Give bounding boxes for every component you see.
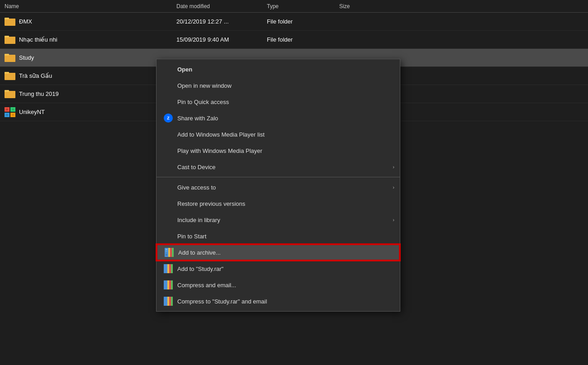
- file-name-nhac: Nhạc thiếu nhi: [5, 35, 176, 45]
- menu-item-label: Play with Windows Media Player: [177, 147, 262, 154]
- file-label: Study: [19, 54, 34, 61]
- menu-item-label: Open in new window: [177, 82, 232, 89]
- file-label: UnikeyNT: [19, 109, 45, 115]
- folder-icon: [5, 17, 15, 27]
- svg-rect-37: [171, 297, 173, 306]
- zalo-icon: Z: [164, 114, 173, 123]
- svg-rect-31: [167, 280, 169, 289]
- svg-rect-21: [172, 248, 174, 257]
- menu-item-open[interactable]: Open: [156, 61, 400, 77]
- file-label: ĐMX: [19, 18, 32, 25]
- winrar-icon: [164, 297, 173, 306]
- svg-rect-15: [12, 109, 14, 110]
- pin-start-icon: [164, 232, 173, 241]
- svg-rect-30: [164, 280, 167, 289]
- menu-item-label: Pin to Quick access: [177, 99, 229, 105]
- svg-rect-26: [164, 264, 167, 273]
- col-header-size[interactable]: Size: [339, 3, 384, 9]
- svg-rect-24: [166, 252, 167, 254]
- svg-rect-2: [5, 37, 15, 44]
- pin-quick-access-icon: [164, 97, 173, 106]
- svg-rect-20: [170, 248, 172, 257]
- menu-item-compress-study-email[interactable]: Compress to "Study.rar" and email: [156, 293, 400, 309]
- menu-item-add-study-rar[interactable]: Add to "Study.rar": [156, 261, 400, 277]
- file-label: Nhạc thiếu nhi: [19, 36, 57, 43]
- svg-rect-8: [5, 91, 15, 98]
- folder-icon: [5, 89, 15, 99]
- submenu-arrow-icon: ›: [393, 164, 394, 170]
- svg-rect-1: [5, 18, 9, 19]
- menu-item-share-zalo[interactable]: Z Share with Zalo: [156, 110, 400, 126]
- folder-icon: [5, 53, 15, 63]
- menu-item-give-access[interactable]: Give access to ›: [156, 179, 400, 195]
- svg-rect-16: [6, 114, 8, 116]
- folder-icon: [5, 35, 15, 45]
- menu-item-pin-quick-access[interactable]: Pin to Quick access: [156, 94, 400, 110]
- winrar-icon: [164, 264, 173, 273]
- menu-item-cast-device[interactable]: Cast to Device ›: [156, 159, 400, 175]
- winrar-icon: [164, 280, 173, 289]
- svg-rect-28: [169, 264, 171, 273]
- menu-item-play-wmp[interactable]: Play with Windows Media Player: [156, 142, 400, 159]
- menu-item-label: Share with Zalo: [177, 115, 218, 122]
- library-icon: [164, 215, 173, 224]
- menu-item-restore-versions[interactable]: Restore previous versions: [156, 195, 400, 212]
- svg-rect-7: [5, 72, 9, 74]
- svg-rect-23: [166, 251, 167, 252]
- menu-item-label: Pin to Start: [177, 233, 206, 240]
- svg-rect-36: [169, 297, 171, 306]
- menu-item-add-archive[interactable]: Add to archive...: [156, 244, 400, 261]
- menu-item-label: Restore previous versions: [177, 200, 245, 207]
- file-date: 20/12/2019 12:27 ...: [176, 18, 267, 25]
- menu-item-add-wmp-list[interactable]: Add to Windows Media Player list: [156, 126, 400, 142]
- file-name-unikey: UnikeyNT: [5, 107, 176, 117]
- svg-rect-19: [168, 248, 170, 257]
- svg-rect-32: [169, 280, 171, 289]
- svg-rect-27: [167, 264, 169, 273]
- svg-rect-0: [5, 19, 15, 26]
- svg-rect-34: [164, 297, 167, 306]
- menu-item-label: Add to archive...: [178, 249, 221, 256]
- app-icon: [5, 107, 15, 117]
- wmp-play-icon: [164, 146, 173, 155]
- menu-item-label: Include in library: [177, 217, 220, 223]
- svg-rect-6: [5, 73, 15, 80]
- svg-rect-9: [5, 90, 9, 92]
- svg-rect-17: [12, 114, 14, 116]
- col-header-type[interactable]: Type: [267, 3, 339, 9]
- col-header-name[interactable]: Name: [5, 3, 176, 9]
- file-label: Trà sữa Gấu: [19, 72, 52, 79]
- menu-item-include-library[interactable]: Include in library ›: [156, 212, 400, 228]
- menu-item-label: Add to Windows Media Player list: [177, 131, 265, 138]
- svg-rect-33: [171, 280, 173, 289]
- svg-rect-4: [5, 55, 15, 62]
- open-icon: [164, 65, 173, 74]
- folder-icon: [5, 71, 15, 81]
- svg-rect-22: [166, 249, 167, 250]
- table-row[interactable]: ĐMX 20/12/2019 12:27 ... File folder: [0, 13, 588, 31]
- menu-item-label: Compress and email...: [177, 282, 236, 289]
- file-label: Trung thu 2019: [19, 90, 59, 97]
- open-new-window-icon: [164, 81, 173, 90]
- menu-item-label: Open: [177, 66, 192, 73]
- menu-item-open-new-window[interactable]: Open in new window: [156, 77, 400, 94]
- file-name-dmx: ĐMX: [5, 17, 176, 27]
- give-access-icon: [164, 183, 173, 192]
- menu-item-pin-start[interactable]: Pin to Start: [156, 228, 400, 244]
- svg-rect-5: [5, 54, 9, 56]
- restore-icon: [164, 199, 173, 208]
- file-type: File folder: [267, 36, 339, 43]
- col-header-date[interactable]: Date modified: [176, 3, 267, 9]
- wmp-icon: [164, 130, 173, 139]
- file-name-trung-thu: Trung thu 2019: [5, 89, 176, 99]
- context-menu: Open Open in new window Pin to Quick acc…: [156, 59, 400, 312]
- file-date: 15/09/2019 9:40 AM: [176, 36, 267, 43]
- submenu-arrow-icon: ›: [393, 217, 394, 223]
- table-row[interactable]: Nhạc thiếu nhi 15/09/2019 9:40 AM File f…: [0, 31, 588, 49]
- file-name-study: Study: [5, 53, 176, 63]
- menu-item-compress-email[interactable]: Compress and email...: [156, 277, 400, 293]
- menu-item-label: Compress to "Study.rar" and email: [177, 298, 267, 305]
- menu-item-label: Add to "Study.rar": [177, 265, 223, 272]
- svg-rect-29: [171, 264, 173, 273]
- svg-rect-14: [6, 109, 8, 110]
